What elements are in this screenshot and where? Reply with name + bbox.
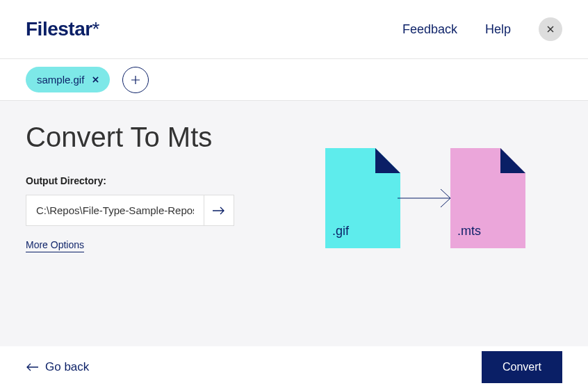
logo-text: Filestar <box>26 18 92 40</box>
close-button[interactable] <box>539 17 562 41</box>
target-file-icon: .mts <box>450 148 525 248</box>
source-ext-label: .gif <box>332 224 349 239</box>
main-content: Convert To Mts Output Directory: More Op… <box>0 101 588 346</box>
logo-star-icon: * <box>92 18 99 40</box>
source-file-icon: .gif <box>325 148 400 248</box>
header: Filestar* Feedback Help <box>0 0 588 59</box>
output-directory-browse-button[interactable] <box>204 195 234 226</box>
conversion-diagram: .gif .mts <box>325 148 525 248</box>
file-chip-remove-icon[interactable] <box>92 74 99 85</box>
output-directory-input[interactable] <box>26 195 204 226</box>
add-file-button[interactable] <box>122 67 149 93</box>
file-chip-name: sample.gif <box>37 74 84 86</box>
arrow-left-icon <box>26 362 38 372</box>
conversion-arrow-icon <box>395 188 456 209</box>
go-back-label: Go back <box>45 360 89 374</box>
close-icon <box>547 26 554 33</box>
help-link[interactable]: Help <box>485 22 511 37</box>
logo: Filestar* <box>26 18 99 40</box>
file-bar: sample.gif <box>0 59 588 101</box>
output-directory-row <box>26 195 234 226</box>
convert-button[interactable]: Convert <box>482 351 562 383</box>
more-options-link[interactable]: More Options <box>26 239 84 252</box>
header-right: Feedback Help <box>402 17 562 41</box>
feedback-link[interactable]: Feedback <box>402 22 457 37</box>
arrow-right-icon <box>213 206 225 216</box>
go-back-button[interactable]: Go back <box>26 360 89 374</box>
plus-icon <box>131 76 140 84</box>
footer: Go back Convert <box>0 346 588 388</box>
file-chip[interactable]: sample.gif <box>26 67 110 92</box>
target-ext-label: .mts <box>457 224 481 239</box>
